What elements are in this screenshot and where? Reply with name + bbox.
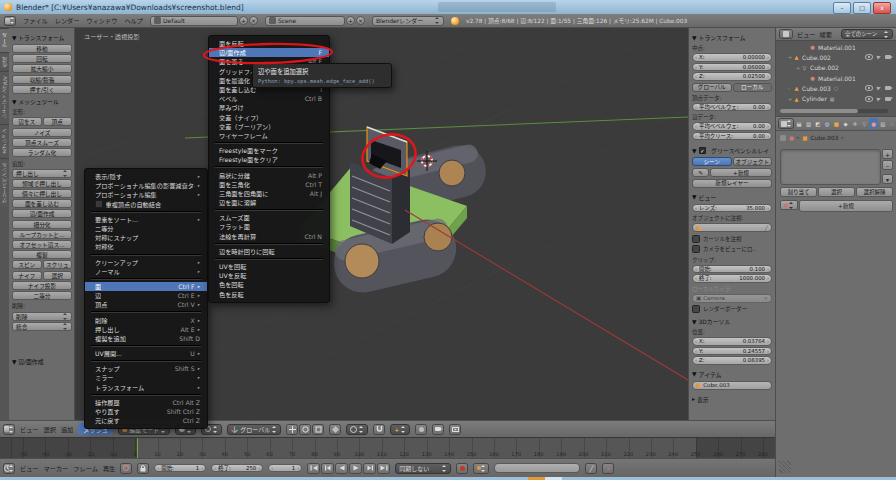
selectability-cursor-icon[interactable] [876,96,881,101]
shelf-panel-header[interactable]: ▼ トランスフォーム [12,33,72,42]
selectability-cursor-icon[interactable] [876,55,881,60]
modifiers-tab[interactable]: ✚ [851,118,859,129]
window-titlebar[interactable]: Blender* [C:¥Users¥anazawa¥Downloads¥scr… [0,0,896,14]
local-camera-field[interactable]: ▣Camera× [692,294,772,303]
clip-start-slider[interactable]: ‹開始:0.100› [692,265,772,274]
visibility-eye-icon[interactable] [865,85,873,91]
shelf-button[interactable]: 辺をス [12,117,42,126]
menu-item[interactable]: やり直すShift Ctrl Z [85,407,207,416]
menu-item[interactable]: クリーンアップ▸ [85,258,207,267]
gpencil-scene-toggle[interactable]: シーン [692,157,732,166]
render-opengl-still-button[interactable] [432,424,444,435]
render-border-row[interactable]: レンダーボーダー [692,305,772,313]
active-keying-set-field[interactable] [494,463,580,473]
particles-tab[interactable]: ∴ [888,118,896,129]
shelf-button[interactable]: 収縮/膨張 [12,75,72,84]
material-browse-button[interactable]: ● [780,200,798,210]
menu-item[interactable]: 元に戻すCtrl Z [85,416,207,425]
material-slot-list[interactable] [780,149,881,185]
outliner-filter-dropdown[interactable]: 全てのシーン [841,29,893,39]
assign-button[interactable]: 割り当て [780,187,817,197]
menu-item[interactable]: 扇状に分離Alt P [209,170,329,179]
menu-item[interactable]: フラット面 [209,222,329,231]
frame-start-field[interactable]: ‹開始:1› [154,464,206,473]
menu-item[interactable]: プロポーショナル編集の影響減衰タイプ▸ [85,181,207,190]
tool-shelf-tab[interactable]: シェーディング/UV [0,71,9,124]
menu-item[interactable]: ノーマル▸ [85,267,207,276]
menu-item[interactable]: 対称化 [85,242,207,251]
manipulator-scale-toggle[interactable] [312,424,324,435]
material-new-button[interactable]: + 新規 [799,200,893,212]
editor-type-button[interactable] [4,16,16,26]
outliner-row[interactable]: ●Material.001 [776,73,896,83]
shelf-menu-button[interactable]: 押し出し [12,169,72,178]
gpencil-new-button[interactable]: + 新規 [710,168,772,177]
close-button[interactable]: x [873,2,891,14]
remove-slot-button[interactable]: – [882,160,893,170]
menu-item[interactable]: 二等分 [85,224,207,233]
view3d-editor-type-button[interactable] [3,424,15,435]
timeline-menu-marker[interactable]: マーカー [44,464,69,473]
panel-header-display[interactable]: ▸ 表示 [692,395,772,404]
shelf-button[interactable]: 移動 [12,44,72,53]
outliner-menu-view[interactable]: ビュー [797,30,816,39]
limit-selection-visible-toggle[interactable] [329,424,341,435]
outliner-row[interactable]: +▽Cube.002 [776,63,896,73]
panel-header-view[interactable]: ▼ ビュー [692,193,772,202]
play-button[interactable] [349,463,362,474]
manipulator-rotate-toggle[interactable] [299,424,311,435]
menu-item[interactable]: 面を反転 [209,39,329,48]
outliner-row[interactable]: +▲Cube.002 [776,52,896,62]
select-button[interactable]: 選択 [818,187,855,197]
shelf-button[interactable]: 細分化 [12,220,72,229]
gpencil-object-toggle[interactable]: オブジェクト [733,157,773,166]
shelf-panel-header[interactable]: ▼ メッシュツール [12,97,72,106]
delete-scene-button[interactable]: × [356,16,365,25]
menu-item[interactable]: UVを反転 [209,271,329,280]
visibility-eye-icon[interactable] [865,96,873,102]
cursor-z-slider[interactable]: ‹Z:0.08395› [692,356,772,365]
shelf-button[interactable]: 面を差し込む [12,199,72,208]
menu-item[interactable]: 面を三角化Ctrl T [209,180,329,189]
shelf-button[interactable]: ナイフ [12,271,42,280]
jump-to-end-button[interactable] [377,463,390,474]
outliner-row[interactable]: ●Material.001 [776,42,896,52]
renderability-camera-icon[interactable] [885,86,891,90]
outliner-row[interactable]: -▲Cube.003○ [776,83,896,93]
menu-item[interactable]: スムーズ面 [209,213,329,222]
menu-item[interactable]: 操作履歴Ctrl Alt Z [85,398,207,407]
outliner-h-scrollbar[interactable] [780,109,888,113]
eyedropper-icon[interactable]: ╱ [765,225,768,231]
menu-item[interactable]: 厚みづけ [209,103,329,112]
delete-layout-button[interactable]: × [249,16,258,25]
panel-header-transform[interactable]: ▼ トランスフォーム [692,33,772,42]
render-engine-selector[interactable]: Blenderレンダー [372,16,444,26]
menu-item[interactable]: プロポーショナル編集▸ [85,190,207,199]
timeline-menu-frame[interactable]: フレーム [73,464,98,473]
crease-slider[interactable]: ‹平均クリース:0.00› [692,132,772,141]
transform-orientation-selector[interactable]: グローバル [227,424,281,435]
shelf-button[interactable]: 頂点 [43,117,73,126]
menu-item[interactable]: Freestyle面をクリア [209,155,329,164]
play-reverse-button[interactable] [335,463,348,474]
shelf-button[interactable]: ナイフ投影 [12,281,72,290]
menu-item[interactable]: 交差（ナイフ） [209,113,329,122]
menu-item[interactable]: 削除X▸ [85,315,207,324]
snap-element-dropdown[interactable]: + [390,424,410,435]
manipulator-translate-toggle[interactable] [286,424,298,435]
lens-slider[interactable]: ‹レンズ:35.000› [692,204,772,213]
checkbox-icon[interactable] [95,200,103,208]
median-z-slider[interactable]: ‹Z:0.02500› [692,72,772,81]
delete-keyframe-button[interactable]: × [602,463,614,474]
shelf-button[interactable]: オフセット辺ス... [12,240,72,249]
keying-set-dropdown[interactable] [473,463,489,474]
tool-shelf-tab[interactable]: グリースペンシル [0,158,9,207]
menu-item[interactable]: 三角面を四角面にAlt J [209,189,329,198]
keyingset-lock-toggle[interactable] [137,463,149,474]
shelf-button[interactable]: ランダム化 [12,148,72,157]
maximize-button[interactable]: □ [853,2,871,14]
menu-help[interactable]: ヘルプ [124,16,143,25]
tool-shelf-tab[interactable]: ツール [0,28,9,52]
shelf-button[interactable]: 選択 [43,271,73,280]
data-tab[interactable]: ▽ [860,118,868,129]
